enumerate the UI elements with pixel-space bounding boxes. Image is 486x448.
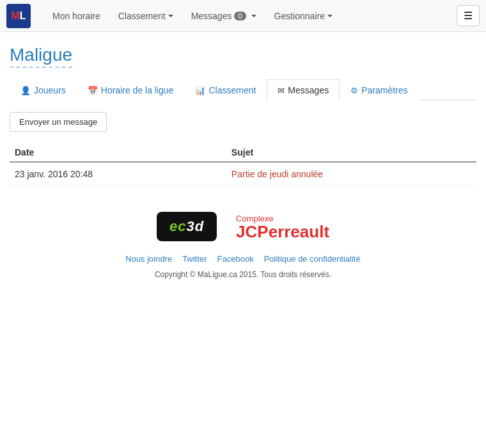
message-date: 23 janv. 2016 20:48: [10, 162, 226, 186]
ec3d-sponsor: ec3d: [157, 212, 217, 241]
col-subject-header: Sujet: [226, 143, 476, 162]
nav-menu: Mon horaire Classement Messages 0 Gestio…: [43, 0, 457, 32]
nav-classement-label: Classement: [118, 11, 166, 21]
tab-parametres-label: Paramètres: [361, 85, 407, 95]
nav-messages[interactable]: Messages 0: [182, 0, 265, 32]
nav-messages-label: Messages: [191, 11, 232, 21]
nous-joindre-link[interactable]: Nous joindre: [125, 254, 172, 264]
classement-tab-icon: 📊: [195, 86, 205, 95]
tab-classement-label: Classement: [208, 85, 256, 95]
parametres-tab-icon: ⚙: [350, 86, 358, 95]
nav-gestionnaire-label: Gestionnaire: [274, 11, 325, 21]
logo-icon: ML: [6, 4, 31, 28]
copyright-text: Copyright © MaLigue.ca 2015. Tous droits…: [10, 270, 476, 279]
tabs-bar: 👤 Joueurs 📅 Horaire de la ligue 📊 Classe…: [10, 79, 476, 100]
nav-gestionnaire[interactable]: Gestionnaire: [265, 0, 341, 32]
message-subject[interactable]: Partie de jeudi annulée: [226, 162, 476, 186]
nav-mon-horaire[interactable]: Mon horaire: [43, 0, 109, 32]
tab-messages[interactable]: ✉ Messages: [267, 79, 340, 100]
twitter-link[interactable]: Twitter: [182, 254, 207, 264]
send-message-button[interactable]: Envoyer un message: [10, 112, 107, 132]
brand-logo[interactable]: ML: [6, 4, 31, 28]
tab-horaire-label: Horaire de la ligue: [101, 85, 174, 95]
nav-mon-horaire-label: Mon horaire: [52, 11, 100, 21]
facebook-link[interactable]: Facebook: [217, 254, 254, 264]
tab-horaire[interactable]: 📅 Horaire de la ligue: [77, 79, 185, 100]
messages-badge: 0: [234, 12, 246, 20]
tab-joueurs[interactable]: 👤 Joueurs: [10, 79, 77, 100]
page-title: Maligue: [10, 45, 72, 68]
politique-link[interactable]: Politique de confidentialité: [264, 254, 361, 264]
tab-messages-label: Messages: [288, 85, 329, 95]
messages-caret-icon: [251, 15, 256, 17]
horaire-tab-icon: 📅: [88, 86, 98, 95]
messages-table: Date Sujet 23 janv. 2016 20:48 Partie de…: [10, 143, 476, 186]
navbar: ML Mon horaire Classement Messages 0 Ges…: [0, 0, 486, 32]
tab-classement[interactable]: 📊 Classement: [184, 79, 267, 100]
jcp-sponsor: Complexe JCPerreault: [236, 214, 329, 240]
sponsors-section: ec3d Complexe JCPerreault: [10, 212, 476, 241]
messages-tab-icon: ✉: [278, 86, 285, 95]
nav-classement[interactable]: Classement: [109, 0, 182, 32]
table-row: 23 janv. 2016 20:48 Partie de jeudi annu…: [10, 162, 476, 186]
joueurs-tab-icon: 👤: [20, 86, 31, 95]
classement-caret-icon: [168, 15, 173, 17]
tab-joueurs-label: Joueurs: [34, 85, 66, 95]
page-container: Maligue 👤 Joueurs 📅 Horaire de la ligue …: [0, 32, 486, 292]
footer-links: Nous joindre Twitter Facebook Politique …: [10, 254, 476, 264]
ec3d-label: ec3d: [169, 218, 204, 235]
col-date-header: Date: [10, 143, 226, 162]
jcp-bottom-label: JCPerreault: [236, 223, 329, 240]
tab-parametres[interactable]: ⚙ Paramètres: [340, 79, 418, 100]
navbar-toggle-button[interactable]: ☰: [457, 5, 480, 26]
gestionnaire-caret-icon: [327, 15, 333, 17]
